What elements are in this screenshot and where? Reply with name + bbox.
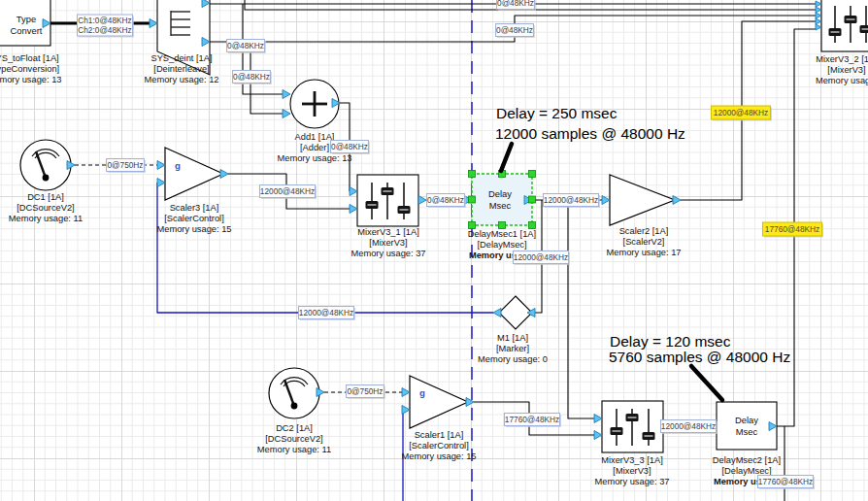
resize-handle[interactable]	[469, 222, 476, 229]
block-body[interactable]	[269, 368, 319, 418]
wire-rate-text: 12000@48KHz	[260, 186, 315, 196]
resize-handle[interactable]	[469, 171, 476, 178]
wire-rate-text: 12000@48KHz	[544, 195, 598, 205]
block-memory-label: Memory usage: 11	[9, 214, 83, 223]
block-class-label: [MixerV3]	[369, 238, 407, 248]
block-class-label: [TypeConversion]	[0, 64, 59, 74]
wire-rate-text: Ch2:0@48KHz	[78, 25, 131, 35]
wire-rate-text: 12000@48KHz	[661, 421, 716, 431]
block-display-name: Msec	[489, 200, 512, 211]
block-display-name: Type	[17, 14, 36, 24]
schematic-editor-canvas: TypeConvertSYS_toFloat [1A][TypeConversi…	[0, 0, 868, 501]
annotation-text: 5760 samples @ 48000 Hz	[609, 349, 790, 365]
resize-handle[interactable]	[529, 196, 536, 203]
resize-handle[interactable]	[529, 171, 536, 178]
block-class-label: [Marker]	[496, 344, 529, 353]
block-class-label: [ScalerV2]	[623, 237, 665, 247]
block-class-label: [DelayMsec]	[721, 466, 771, 476]
wire-rate-text: 17760@48KHz	[758, 477, 813, 486]
wire-rate-text: 0@48KHz	[427, 195, 464, 205]
wire-rate-label[interactable]: 12000@48KHz	[298, 307, 355, 321]
block-name-label: DC1 [1A]	[27, 192, 64, 202]
block-display-name: Delay	[488, 188, 512, 199]
block-name-label: Scaler3 [1A]	[170, 203, 219, 213]
wire-rate-label[interactable]: 0@750Hz	[347, 385, 385, 400]
wire-rate-label[interactable]: 0@48KHz	[497, 0, 536, 11]
wire-rate-label[interactable]: 12000@48KHz	[513, 251, 570, 266]
wire-rate-label[interactable]: 17760@48KHz	[757, 476, 815, 490]
block-name-label: DC2 [1A]	[276, 423, 313, 433]
resize-handle[interactable]	[469, 196, 476, 203]
block-memory-label: Memory usage: 12	[145, 75, 219, 84]
block-name-label: Add1 [1A]	[295, 132, 335, 142]
gain-input-label: g	[175, 160, 181, 171]
block-name-label: M1 [1A]	[497, 333, 528, 343]
block-class-label: [MixerV3]	[613, 466, 651, 476]
wire-rate-label[interactable]: 12000@48KHz	[543, 194, 600, 209]
block-class-label: [Deinterleave]	[153, 64, 209, 74]
wire-rate-label[interactable]: Ch1:0@48KHzCh2:0@48KHz	[77, 15, 134, 38]
wire-rate-text: 12000@48KHz	[714, 108, 768, 117]
block-memory-label: Memory usage: 15	[157, 224, 232, 234]
wire-rate-label[interactable]: 12000@48KHz	[660, 420, 718, 435]
block-class-label: [DelayMsec]	[477, 240, 526, 250]
block-memory-label: Memory usage: 37	[351, 249, 426, 258]
wire-rate-label[interactable]: 0@48KHz	[227, 40, 266, 54]
block-class-label: [MixerV3]	[827, 65, 865, 75]
wire-rate-label[interactable]: 12000@48KHz	[259, 185, 317, 200]
wire-rate-label-highlighted[interactable]: 12000@48KHz	[711, 106, 772, 121]
annotation-text: 12000 samples @ 48000 Hz	[495, 125, 685, 142]
block-name-label: MixerV3_1 [1A]	[357, 227, 419, 237]
block-name-label: SYS_deint [1A]	[150, 53, 212, 63]
block-memory-label: Memory usage: 15	[402, 451, 477, 461]
wire-rate-text: 0@48KHz	[496, 25, 533, 35]
wire-rate-text: 17760@48KHz	[505, 415, 559, 424]
block-memory-label: Memory usage: 37	[595, 477, 670, 486]
block-name-label: MixerV3_2 [1A]	[816, 54, 868, 64]
wire-rate-text: 12000@48KHz	[299, 308, 353, 317]
gain-input-label: g	[419, 387, 425, 398]
wire-rate-text: 12000@48KHz	[514, 252, 568, 262]
wire-rate-label-highlighted[interactable]: 17760@48KHz	[762, 222, 823, 238]
block-class-label: [DCSourceV2]	[265, 434, 322, 444]
block-name-label: MixerV3_3 [1A]	[601, 455, 663, 465]
block-display-name: Delay	[735, 415, 758, 425]
block-body[interactable]	[20, 140, 71, 190]
block-class-label: [Adder]	[300, 143, 329, 152]
wire-rate-text: 0@750Hz	[107, 160, 143, 170]
schematic-svg: TypeConvertSYS_toFloat [1A][TypeConversi…	[0, 0, 868, 501]
wire-rate-text: 0@48KHz	[497, 0, 534, 8]
wire-rate-text: 0@48KHz	[331, 142, 368, 151]
block-display-name: Convert	[11, 25, 43, 36]
block-name-label: DelayMsec2 [1A]	[713, 455, 781, 465]
wire-rate-text: Ch1:0@48KHz	[78, 16, 131, 25]
block-memory-label: Memory usage: 17	[607, 248, 682, 257]
annotation-text: Delay = 250 msec	[496, 105, 618, 121]
wire-rate-text: 0@750Hz	[347, 386, 383, 396]
block-memory-label: Memory usage: 13	[0, 75, 62, 84]
wire-rate-label[interactable]: 0@750Hz	[107, 159, 146, 174]
mixer-sliders-icon	[611, 409, 655, 446]
block-class-label: [ScalerControl]	[409, 441, 469, 451]
wire-rate-label[interactable]: 0@48KHz	[331, 141, 370, 155]
block-name-label: DelayMsec1 [1A]	[468, 229, 536, 239]
block-name-label: Scaler1 [1A]	[415, 430, 464, 440]
block-name-label: SYS_toFloat [1A]	[0, 53, 59, 63]
wire-rate-label[interactable]: 17760@48KHz	[504, 414, 561, 428]
wire-rate-text: 17760@48KHz	[765, 224, 819, 234]
mixer-sliders-icon	[366, 183, 411, 219]
block-memory-label: Memory usage:	[816, 76, 868, 85]
block-display-name: Msec	[736, 426, 758, 437]
block-class-label: [ScalerControl]	[164, 214, 224, 223]
block-memory-label: Memory usage: 11	[257, 445, 331, 454]
wire-rate-text: 0@48KHz	[227, 41, 264, 50]
resize-handle[interactable]	[529, 222, 536, 229]
wire-rate-label[interactable]: 0@48KHz	[496, 24, 535, 39]
block-memory-label: Memory usage: 0	[478, 354, 548, 364]
wire-rate-label[interactable]: 0@48KHz	[427, 194, 466, 209]
block-memory-label: Memory usage: 13	[278, 153, 352, 163]
wire-rate-text: 0@48KHz	[233, 72, 270, 82]
resize-handle[interactable]	[499, 222, 506, 229]
block-class-label: [DCSourceV2]	[17, 203, 74, 213]
wire-rate-label[interactable]: 0@48KHz	[233, 71, 272, 85]
